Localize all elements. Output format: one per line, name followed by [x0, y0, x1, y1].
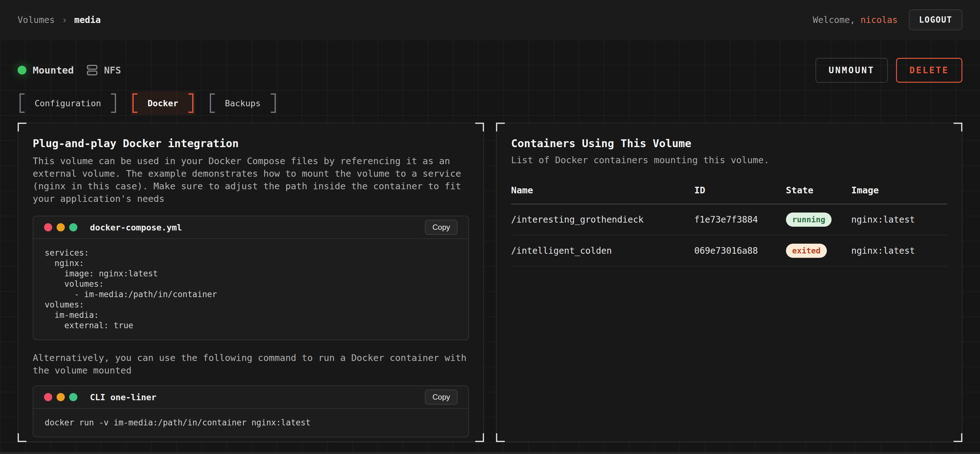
- mounted-status-dot: [18, 66, 26, 75]
- container-state-cell: exited: [786, 235, 851, 266]
- compose-filename: docker-compose.yml: [90, 222, 182, 232]
- breadcrumb-separator: ›: [62, 14, 67, 25]
- tab-docker-label: Docker: [137, 98, 188, 108]
- bracket-left-icon: [19, 94, 24, 113]
- container-id-cell: 069e73016a88: [694, 235, 786, 266]
- container-name-cell: /intelligent_colden: [511, 235, 694, 266]
- container-state-cell: running: [786, 204, 851, 235]
- bracket-right-icon: [111, 94, 116, 113]
- tab-configuration[interactable]: Configuration: [18, 91, 118, 115]
- breadcrumb-volumes-link[interactable]: Volumes: [18, 15, 55, 25]
- bottom-band: [0, 452, 980, 454]
- unmount-button[interactable]: UNMOUNT: [816, 58, 888, 83]
- window-dot-red-icon: [44, 223, 52, 232]
- containers-card-subtitle: List of Docker containers mounting this …: [511, 155, 947, 165]
- top-bar: Volumes › media Welcome, nicolas LOGOUT: [0, 0, 980, 40]
- mounted-status-label: Mounted: [33, 65, 74, 76]
- docker-card-title: Plug-and-play Docker integration: [33, 137, 469, 150]
- container-name-cell: /interesting_grothendieck: [511, 204, 694, 235]
- card-corner-icon: [496, 433, 505, 442]
- compose-code-content: services: nginx: image: nginx:latest vol…: [33, 239, 468, 340]
- col-header-id: ID: [694, 179, 786, 204]
- breadcrumb-current-volume: media: [74, 15, 101, 25]
- card-corner-icon: [954, 122, 963, 132]
- card-corner-icon: [18, 433, 26, 442]
- card-corner-icon: [954, 433, 963, 442]
- tab-docker[interactable]: Docker: [130, 91, 195, 115]
- window-dot-red-icon: [44, 393, 52, 401]
- state-badge: running: [786, 213, 832, 227]
- status-row: Mounted NFS UNMOUNT DELETE: [18, 58, 963, 83]
- docker-card-description: This volume can be used in your Docker C…: [33, 155, 469, 205]
- bracket-left-icon: [132, 94, 137, 113]
- card-corner-icon: [475, 122, 484, 132]
- window-dot-yellow-icon: [57, 223, 65, 232]
- server-icon: [86, 65, 98, 76]
- logout-button[interactable]: LOGOUT: [909, 10, 963, 30]
- main-area: Mounted NFS UNMOUNT DELETE Configuration: [0, 40, 980, 454]
- bracket-left-icon: [210, 94, 215, 113]
- card-corner-icon: [18, 122, 26, 132]
- docker-integration-card: Plug-and-play Docker integration This vo…: [18, 122, 484, 442]
- breadcrumb: Volumes › media: [18, 14, 101, 25]
- container-id-cell: f1e73e7f3884: [694, 204, 786, 235]
- card-corner-icon: [475, 433, 484, 442]
- containers-table: Name ID State Image /interesting_grothen…: [511, 179, 947, 267]
- container-image-cell: nginx:latest: [851, 204, 947, 235]
- container-image-cell: nginx:latest: [851, 235, 947, 266]
- window-dot-green-icon: [69, 393, 77, 401]
- col-header-name: Name: [511, 179, 694, 204]
- container-table-row: /interesting_grothendieckf1e73e7f3884run…: [511, 204, 947, 235]
- tab-backups-label: Backups: [215, 98, 271, 108]
- cli-code-block: CLI one-liner Copy docker run -v im-medi…: [33, 386, 469, 437]
- welcome-text: Welcome, nicolas: [813, 15, 897, 25]
- window-dot-green-icon: [69, 223, 77, 232]
- copy-compose-button[interactable]: Copy: [425, 220, 458, 235]
- welcome-prefix: Welcome,: [813, 15, 861, 25]
- cli-intro-text: Alternatively, you can use the following…: [33, 351, 469, 377]
- containers-card-title: Containers Using This Volume: [511, 137, 947, 150]
- filesystem-type-label: NFS: [104, 65, 121, 76]
- card-corner-icon: [496, 122, 505, 132]
- copy-cli-button[interactable]: Copy: [425, 389, 458, 405]
- delete-button[interactable]: DELETE: [896, 58, 963, 83]
- bracket-right-icon: [271, 94, 276, 113]
- state-badge: exited: [786, 244, 827, 258]
- col-header-state: State: [786, 179, 851, 204]
- compose-code-block: docker-compose.yml Copy services: nginx:…: [33, 216, 469, 340]
- tab-backups[interactable]: Backups: [208, 91, 278, 115]
- bracket-right-icon: [188, 94, 193, 113]
- containers-card: Containers Using This Volume List of Doc…: [496, 122, 963, 442]
- col-header-image: Image: [851, 179, 947, 204]
- window-dot-yellow-icon: [57, 393, 65, 401]
- cli-code-content: docker run -v im-media:/path/in/containe…: [33, 409, 468, 437]
- username: nicolas: [861, 15, 897, 25]
- container-table-row: /intelligent_colden069e73016a88exitedngi…: [511, 235, 947, 266]
- cli-filename: CLI one-liner: [90, 392, 156, 402]
- tab-configuration-label: Configuration: [24, 98, 111, 108]
- tab-bar: Configuration Docker Backups: [18, 90, 963, 116]
